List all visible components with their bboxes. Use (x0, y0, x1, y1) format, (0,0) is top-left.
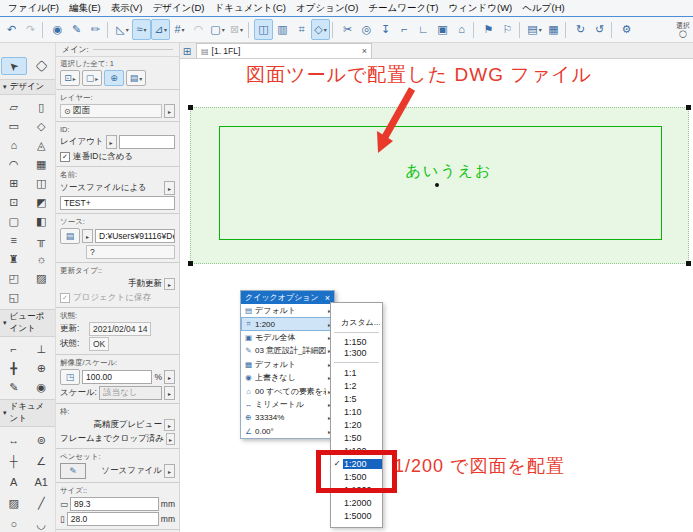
toolbox-section-document[interactable]: ▾ ドキュメント (0, 399, 55, 427)
flag-outline-icon[interactable]: ⚐ (498, 19, 517, 40)
id-input[interactable] (119, 135, 176, 149)
tool-window[interactable]: ⊡ (1, 193, 27, 211)
source-picker-arrow[interactable]: ▸ (82, 229, 93, 243)
tool-polyline[interactable]: ◡ (28, 514, 54, 532)
tab-overview-icon[interactable]: ⊞ (180, 44, 194, 58)
tool-slab[interactable]: ◇ (28, 117, 54, 135)
tool-angle-dimension[interactable]: ∠ (28, 451, 54, 471)
grid-snap-icon[interactable]: # (170, 19, 189, 40)
layers-icon[interactable]: ▤ (525, 19, 544, 40)
qo-graphic-override[interactable]: ◉ 上書きなし ▸ (241, 371, 334, 384)
penset-arrow[interactable]: ▸ (164, 464, 175, 478)
scale-menu-item[interactable]: 1:2000 (331, 496, 382, 509)
tool-lamp[interactable]: ☼ (28, 250, 54, 268)
snap-guides-icon[interactable]: ≈ (132, 19, 151, 40)
qo-pen-set[interactable]: ✎ 03 意匠設計_詳細図 ▸ (241, 344, 334, 357)
corner-icon[interactable]: ⌐ (395, 19, 414, 40)
selection-handle[interactable] (686, 105, 691, 110)
marquee-tool[interactable]: ▢ (28, 57, 54, 75)
menu-item[interactable]: ファイル(F) (3, 2, 64, 15)
marquee-display-icon[interactable]: ▢ (208, 19, 227, 40)
frame-preview-arrow[interactable]: ▸ (164, 419, 175, 431)
qo-orientation[interactable]: ∠ 0.00° ▸ (241, 425, 334, 438)
tool-shell[interactable]: ◠ (1, 155, 27, 173)
favorites-button[interactable]: ▢ (82, 70, 102, 86)
frame-crop-mode[interactable]: フレームまでクロップ済み ▸ (60, 433, 175, 445)
qo-scale[interactable]: ⌗ 1:200 ▸ (241, 317, 334, 330)
menu-item[interactable]: チームワーク(T) (363, 2, 443, 15)
selection-handle[interactable] (188, 261, 193, 266)
scale-menu-item[interactable]: 1:50 (331, 431, 382, 444)
update-type-value[interactable]: 手動更新 ▸ (60, 278, 175, 290)
fit-height-icon[interactable]: ↧ (376, 19, 395, 40)
tool-roof[interactable]: ⌂ (1, 136, 27, 154)
name-mode-arrow[interactable]: ▸ (164, 181, 175, 195)
scale-menu-item[interactable]: 1:5000 (331, 509, 382, 522)
drawing-canvas[interactable]: あいうえお 図面ツールで配置した DWG ファイル クイックオプション × (180, 59, 693, 532)
setsquare-icon[interactable]: ◺ (113, 19, 132, 40)
sequential-id-checkbox[interactable]: ✓ 連番IDに含める (60, 151, 175, 163)
qo-structure-display[interactable]: ▣ モデル全体 ▸ (241, 331, 334, 344)
penset-button[interactable]: ✎ (60, 463, 86, 479)
layer-field[interactable]: ⊙ 図面 (60, 104, 162, 118)
toolbox-section-viewpoint[interactable]: ▾ ビューポイント (0, 309, 55, 337)
update-type-arrow[interactable]: ▸ (164, 278, 175, 290)
tool-level-dimension[interactable]: ┼ (1, 451, 27, 471)
tab-close-icon[interactable]: × (362, 46, 367, 56)
tool-elevation[interactable]: ⊥ (28, 340, 54, 358)
zoom-select-icon[interactable]: ◎ (357, 19, 376, 40)
menu-item[interactable]: ヘルプ(H) (517, 2, 569, 15)
scale-menu-item[interactable]: 1:5 (331, 392, 382, 405)
tool-detail[interactable]: ⊕ (28, 359, 54, 377)
close-icon[interactable]: × (325, 293, 330, 303)
trace-reference-icon[interactable]: ▥ (273, 19, 292, 40)
sync-send-icon[interactable]: ↻ (571, 19, 590, 40)
settings-gear-icon[interactable]: ⚙ (617, 19, 636, 40)
tool-text[interactable]: A (1, 472, 27, 492)
size-height-input[interactable]: 28.0 (67, 512, 159, 526)
sync-receive-icon[interactable]: ↺ (590, 19, 609, 40)
trace-switch-icon[interactable]: ⌗ (292, 19, 311, 40)
tool-radial-dimension[interactable]: ⊚ (28, 430, 54, 450)
source-path-field[interactable]: D:¥Users¥91116¥Des (95, 229, 175, 243)
name-input[interactable]: TEST+ (60, 196, 175, 210)
scale-menu-item[interactable]: 1:20 (331, 418, 382, 431)
tool-column[interactable]: ▯ (28, 98, 54, 116)
toolbox-section-design[interactable]: ▾ デザイン (0, 79, 55, 95)
menu-item[interactable]: 表示(V) (106, 2, 148, 15)
tool-dimension[interactable]: ↔ (1, 430, 27, 450)
gravity-icon[interactable]: ⊿ (151, 19, 170, 40)
placed-drawing-selection[interactable]: あいうえお (190, 107, 689, 264)
scissors-icon[interactable]: ✂ (338, 19, 357, 40)
qo-layer-combination[interactable]: ▤ デフォルト ▸ (241, 304, 334, 317)
tool-zone[interactable]: ▨ (28, 269, 54, 287)
eyedropper-icon[interactable]: ✎ (67, 19, 86, 40)
arrow-tool[interactable]: ➤ (1, 57, 27, 75)
tool-interior-elevation[interactable]: ╋ (1, 359, 27, 377)
menu-item[interactable]: オプション(O) (291, 2, 363, 15)
drawing-type-button[interactable]: ▤ (126, 70, 146, 86)
qo-zoom[interactable]: ⊕ 33334% ▸ (241, 411, 334, 424)
undo-icon[interactable]: ↶ (2, 19, 21, 40)
tool-morph[interactable]: ◰ (1, 269, 27, 287)
settings-dialog-button[interactable]: ⊡ (60, 70, 80, 86)
tool-furniture[interactable]: ♜ (1, 250, 27, 268)
tool-stair[interactable]: ≡ (1, 231, 27, 249)
magic-wand-icon[interactable]: ◠ (189, 19, 208, 40)
tool-railing[interactable]: ╥ (28, 231, 54, 249)
redo-icon[interactable]: ↷ (21, 19, 40, 40)
quick-options-titlebar[interactable]: クイックオプション × (241, 291, 334, 304)
layer-picker-arrow[interactable]: ▸ (164, 104, 175, 118)
scale-menu-item[interactable]: 1:150 (331, 336, 382, 348)
frame-crop-arrow[interactable]: ▸ (166, 433, 175, 445)
tool-beam[interactable]: ▭ (1, 117, 27, 135)
tool-camera[interactable]: ◉ (28, 378, 54, 396)
tool-section[interactable]: ⌐ (1, 340, 27, 358)
scale-menu-item[interactable]: 1:10 (331, 405, 382, 418)
selection-handle[interactable] (686, 261, 691, 266)
lock-icon[interactable]: ⊠ (227, 19, 246, 40)
tab-1fl[interactable]: ▤ [1. 1FL] × (196, 43, 372, 58)
syringe-icon[interactable]: ✏ (86, 19, 105, 40)
pick-parameters-icon[interactable]: ◉ (48, 19, 67, 40)
resolution-input[interactable]: 100.00 (82, 370, 152, 384)
